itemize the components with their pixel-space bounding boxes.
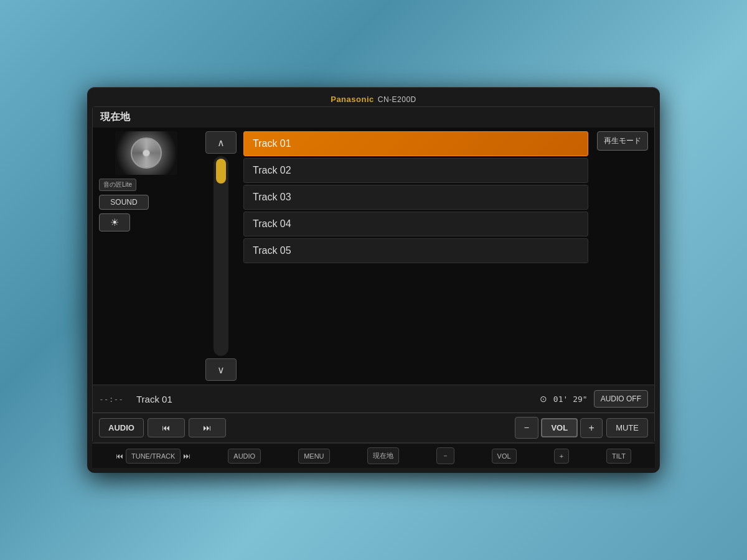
- audio-main-button[interactable]: AUDIO: [99, 418, 144, 437]
- phys-audio-button[interactable]: AUDIO: [228, 449, 261, 464]
- play-time: 01' 29": [553, 394, 588, 404]
- screen-header: 現在地: [93, 107, 654, 128]
- next-button[interactable]: ⏭: [189, 418, 226, 437]
- track-list-section: Track 01Track 02Track 03Track 04Track 05…: [243, 131, 648, 381]
- prev-button[interactable]: ⏮: [148, 418, 185, 437]
- tune-prev-icon: ⏮: [116, 452, 123, 460]
- top-brand-bar: Panasonic CN-E200D: [92, 92, 655, 106]
- scroll-bar: [214, 156, 228, 356]
- track-list: Track 01Track 02Track 03Track 04Track 05: [243, 131, 588, 381]
- scroll-thumb: [216, 159, 226, 184]
- sound-button[interactable]: SOUND: [99, 195, 149, 210]
- phys-vol-minus-button[interactable]: －: [436, 447, 454, 464]
- scroll-down-button[interactable]: ∨: [205, 358, 237, 381]
- vol-label: VOL: [541, 418, 578, 437]
- controls-bar: AUDIO ⏮ ⏭ － VOL + MUTE: [93, 413, 654, 442]
- phys-current-loc-button[interactable]: 現在地: [367, 447, 399, 464]
- device: Panasonic CN-E200D 現在地 音の匠Lite: [87, 87, 660, 473]
- brand-name: Panasonic: [331, 95, 374, 104]
- left-panel: 音の匠Lite SOUND ☀: [99, 131, 199, 381]
- play-icon: ⊙: [540, 394, 547, 404]
- physical-buttons-bar: ⏮ TUNE/TRACK ⏭ AUDIO MENU 現在地 － VOL + TI…: [92, 443, 655, 468]
- volume-section: － VOL +: [230, 417, 603, 439]
- phys-vol-plus-button[interactable]: +: [554, 449, 569, 464]
- scroll-up-button[interactable]: ∧: [205, 131, 237, 154]
- track-item-4[interactable]: Track 04: [243, 212, 588, 236]
- now-playing-track: Track 01: [136, 394, 533, 404]
- track-item-2[interactable]: Track 02: [243, 158, 588, 183]
- vol-plus-button[interactable]: +: [580, 418, 603, 438]
- vol-minus-button[interactable]: －: [515, 417, 538, 439]
- track-item-5[interactable]: Track 05: [243, 238, 588, 263]
- tune-track-group: ⏮ TUNE/TRACK ⏭: [116, 449, 190, 464]
- current-location-label: 現在地: [100, 111, 130, 122]
- screen-main: 現在地 音の匠Lite SOUND ☀ ∧: [93, 107, 654, 442]
- phys-menu-button[interactable]: MENU: [298, 449, 329, 464]
- tune-track-button[interactable]: TUNE/TRACK: [126, 449, 181, 464]
- phys-tilt-button[interactable]: TILT: [606, 449, 631, 464]
- album-disc: [131, 138, 162, 169]
- time-display: --:--: [99, 394, 130, 404]
- sound-badge: 音の匠Lite: [99, 179, 136, 191]
- tune-next-icon: ⏭: [183, 452, 190, 460]
- track-item-3[interactable]: Track 03: [243, 185, 588, 210]
- album-art: [115, 131, 177, 175]
- playback-mode-button[interactable]: 再生モード: [597, 131, 648, 151]
- disc-center: [143, 149, 150, 157]
- brightness-button[interactable]: ☀: [99, 213, 130, 231]
- scroll-panel: ∧ ∨: [202, 131, 240, 381]
- audio-off-button[interactable]: AUDIO OFF: [594, 390, 648, 408]
- track-item-1[interactable]: Track 01: [243, 131, 588, 156]
- model-name: CN-E200D: [378, 95, 416, 104]
- screen-area: 現在地 音の匠Lite SOUND ☀ ∧: [92, 106, 655, 443]
- now-playing-bar: --:-- Track 01 ⊙ 01' 29" AUDIO OFF: [93, 385, 654, 413]
- screen-body: 音の匠Lite SOUND ☀ ∧ ∨ Track 01Track 02Trac…: [93, 128, 654, 385]
- mute-button[interactable]: MUTE: [606, 418, 648, 437]
- phys-vol-label-button[interactable]: VOL: [492, 449, 517, 464]
- playback-right: 再生モード: [592, 131, 648, 381]
